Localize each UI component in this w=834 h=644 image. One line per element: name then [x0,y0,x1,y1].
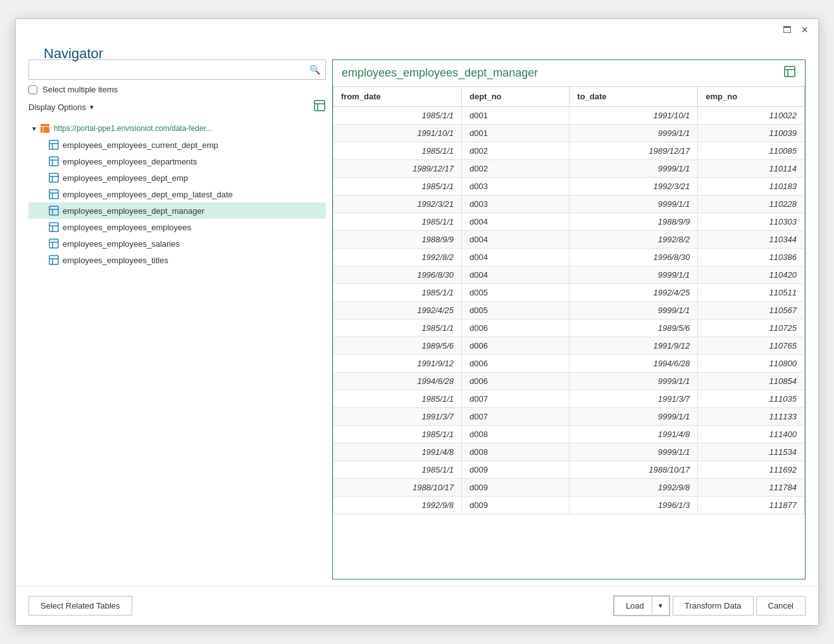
tree-root-item[interactable]: ▼ https://portal-ppe1.envisioniot.com/da… [28,120,326,137]
table-cell: 111877 [698,497,805,514]
tree-item[interactable]: employees_employees_dept_emp [28,170,326,186]
table-cell: 1988/9/9 [333,231,462,249]
svg-rect-0 [314,101,325,111]
tree-item-label: employees_employees_current_dept_emp [63,140,218,150]
table-cell: 9999/1/1 [569,125,698,142]
table-row: 1985/1/1d0011991/10/1110022 [333,107,805,125]
transform-data-button[interactable]: Transform Data [673,596,754,616]
table-cell: 111035 [698,390,805,408]
tree-item[interactable]: employees_employees_dept_emp_latest_date [28,186,326,202]
title-bar-controls: 🗖 ✕ [781,24,811,35]
table-row: 1985/1/1d0061989/5/6110725 [333,319,805,337]
table-cell: 1989/12/17 [333,160,462,178]
table-cell: 1985/1/1 [333,319,462,337]
search-input[interactable] [34,65,309,75]
table-icon [49,206,59,216]
table-cell: 111534 [698,443,805,461]
column-header: to_date [569,87,698,107]
tree-item-label: employees_employees_titles [63,256,168,265]
tree-item[interactable]: employees_employees_departments [28,153,326,170]
table-icon [49,189,59,199]
tree-item-label: employees_employees_salaries [63,239,180,249]
table-row: 1991/9/12d0061994/6/28110800 [333,355,805,373]
preview-refresh-icon[interactable] [783,65,796,81]
table-row: 1994/6/28d0069999/1/1110854 [333,373,805,390]
select-multiple-row: Select multiple items [28,85,326,94]
table-cell: 1985/1/1 [333,284,462,302]
table-cell: 1996/8/30 [333,266,462,284]
restore-button[interactable]: 🗖 [781,24,793,35]
display-options-arrow-icon: ▼ [89,104,95,111]
table-cell: 111784 [698,479,805,497]
select-multiple-checkbox[interactable] [28,85,37,94]
tree-container: ▼ https://portal-ppe1.envisioniot.com/da… [28,120,326,579]
database-icon [40,123,50,133]
table-cell: 1988/9/9 [569,213,698,231]
table-row: 1985/1/1d0031992/3/21110183 [333,178,805,195]
table-cell: 1991/4/8 [333,443,462,461]
tree-item[interactable]: employees_employees_salaries [28,235,326,252]
table-cell: 1991/3/7 [569,390,698,408]
table-cell: 1989/12/17 [569,142,698,160]
table-cell: d002 [462,142,569,160]
tree-item[interactable]: employees_employees_current_dept_emp [28,137,326,153]
table-cell: 110800 [698,355,805,373]
display-options-label: Display Options [28,102,86,112]
table-icon [49,140,59,150]
action-buttons: Load ▼ Transform Data Cancel [613,595,806,616]
table-cell: 110765 [698,337,805,355]
table-row: 1985/1/1d0091988/10/17111692 [333,461,805,479]
table-cell: 9999/1/1 [569,373,698,390]
tree-item[interactable]: employees_employees_dept_manager [28,202,326,219]
table-cell: 111692 [698,461,805,479]
preview-title: employees_employees_dept_manager [342,66,538,80]
table-cell: 1992/8/2 [569,231,698,249]
table-row: 1985/1/1d0071991/3/7111035 [333,390,805,408]
search-box[interactable]: 🔍 [28,59,326,80]
title-bar: 🗖 ✕ [16,19,818,40]
display-options-button[interactable]: Display Options ▼ [28,102,95,112]
display-options-row: Display Options ▼ [28,99,326,115]
table-cell: 1996/8/30 [569,249,698,266]
table-cell: d006 [462,355,569,373]
table-row: 1985/1/1d0041988/9/9110303 [333,213,805,231]
table-icon [49,222,59,232]
table-cell: d008 [462,443,569,461]
table-row: 1992/3/21d0039999/1/1110228 [333,195,805,213]
table-row: 1991/10/1d0019999/1/1110039 [333,125,805,142]
table-cell: 111133 [698,408,805,426]
load-dropdown-button[interactable]: ▼ [652,596,669,616]
bottom-bar: Select Related Tables Load ▼ Transform D… [16,586,818,625]
table-cell: 1992/9/8 [569,479,698,497]
table-cell: d004 [462,266,569,284]
close-button[interactable]: ✕ [799,24,811,35]
table-row: 1988/9/9d0041992/8/2110344 [333,231,805,249]
tree-item-label: employees_employees_dept_manager [63,206,204,216]
table-cell: 1985/1/1 [333,142,462,160]
search-icon: 🔍 [309,65,320,75]
data-table-wrapper[interactable]: from_datedept_noto_dateemp_no 1985/1/1d0… [333,86,805,579]
select-related-tables-button[interactable]: Select Related Tables [28,596,132,616]
table-cell: 1992/8/2 [333,249,462,266]
table-row: 1985/1/1d0051992/4/25110511 [333,284,805,302]
table-cell: d009 [462,497,569,514]
table-cell: d005 [462,302,569,319]
table-row: 1989/5/6d0061991/9/12110765 [333,337,805,355]
table-cell: 1996/1/3 [569,497,698,514]
table-cell: d001 [462,107,569,125]
table-row: 1992/8/2d0041996/8/30110386 [333,249,805,266]
table-cell: 111400 [698,426,805,443]
table-cell: d007 [462,408,569,426]
table-row: 1996/8/30d0049999/1/1110420 [333,266,805,284]
tree-item[interactable]: employees_employees_employees [28,219,326,235]
table-cell: d007 [462,390,569,408]
table-cell: 1991/3/7 [333,408,462,426]
table-cell: 1991/10/1 [333,125,462,142]
tree-item[interactable]: employees_employees_titles [28,252,326,268]
table-row: 1991/4/8d0089999/1/1111534 [333,443,805,461]
load-button[interactable]: Load [614,596,652,616]
cancel-button[interactable]: Cancel [756,596,806,616]
table-cell: 1991/10/1 [569,107,698,125]
left-refresh-icon[interactable] [313,99,326,115]
content-area: 🔍 Select multiple items Display Options … [16,59,818,586]
